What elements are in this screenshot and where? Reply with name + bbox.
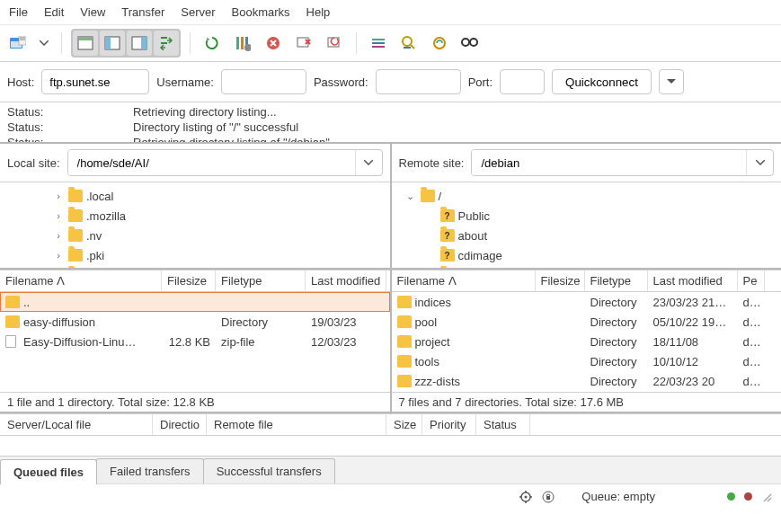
- menu-server[interactable]: Server: [181, 5, 215, 19]
- cell-text: 18/11/08: [648, 335, 738, 349]
- column-header[interactable]: Filetype: [585, 270, 648, 291]
- queue-column-header[interactable]: Directio: [153, 414, 207, 435]
- remote-path-input[interactable]: [472, 150, 746, 175]
- cell-text: 12.8 KB: [162, 335, 216, 349]
- column-header[interactable]: Filename ᐱ: [0, 270, 162, 291]
- remote-tree[interactable]: ⌄/?Public?about?cdimage?conspiracy: [392, 182, 782, 268]
- cell-text: project: [415, 335, 450, 349]
- cell-text: Directory: [585, 375, 648, 388]
- log-label: Status:: [7, 104, 133, 120]
- column-header[interactable]: Pe: [738, 270, 765, 291]
- column-header[interactable]: Filetype: [216, 270, 306, 291]
- tree-item[interactable]: ›.local: [4, 186, 386, 206]
- list-row[interactable]: poolDirectory05/10/22 19…drv: [392, 312, 782, 332]
- folder-icon: [397, 315, 412, 328]
- column-header[interactable]: Last modified: [648, 270, 738, 291]
- list-row[interactable]: zzz-distsDirectory22/03/23 20drv: [392, 371, 782, 391]
- username-input[interactable]: [221, 69, 306, 94]
- toggle-queue-button[interactable]: [154, 31, 179, 56]
- queue-column-header[interactable]: Remote file: [207, 414, 386, 435]
- list-row[interactable]: projectDirectory18/11/08drv: [392, 332, 782, 351]
- menu-view[interactable]: View: [80, 5, 105, 19]
- local-tree[interactable]: ›.local›.mozilla›.nv›.pki.ssh: [0, 182, 390, 268]
- tree-item[interactable]: ?conspiracy: [395, 265, 778, 268]
- local-path-combo[interactable]: [67, 149, 383, 176]
- search-button[interactable]: [457, 31, 483, 56]
- disconnect-button[interactable]: [291, 31, 316, 56]
- site-manager-button[interactable]: [5, 31, 31, 56]
- local-path-input[interactable]: [68, 150, 355, 175]
- refresh-button[interactable]: [200, 31, 225, 56]
- cell-text: pool: [415, 315, 438, 329]
- settings-icon[interactable]: [519, 490, 533, 504]
- menu-help[interactable]: Help: [306, 5, 331, 19]
- tree-item[interactable]: ?Public: [395, 206, 778, 226]
- list-row[interactable]: toolsDirectory10/10/12drv: [392, 351, 782, 371]
- toggle-log-button[interactable]: [73, 31, 98, 56]
- tree-label: .mozilla: [86, 209, 126, 223]
- tree-item[interactable]: ›.pki: [4, 245, 386, 265]
- remote-path-dropdown[interactable]: [746, 150, 773, 175]
- queue-column-header[interactable]: Server/Local file: [0, 414, 153, 435]
- queue-column-header[interactable]: Status: [476, 414, 530, 435]
- tree-item[interactable]: ⌄/: [395, 186, 778, 206]
- queue-body[interactable]: [0, 436, 781, 456]
- svg-rect-20: [372, 46, 385, 48]
- tree-item[interactable]: ?cdimage: [395, 245, 778, 265]
- tree-item[interactable]: .ssh: [4, 265, 386, 268]
- tab-queued-files[interactable]: Queued files: [0, 459, 97, 484]
- password-input[interactable]: [376, 69, 461, 94]
- lock-icon[interactable]: [542, 491, 555, 503]
- cancel-button[interactable]: [261, 31, 286, 56]
- local-path-dropdown[interactable]: [355, 150, 382, 175]
- folder-icon: [68, 190, 83, 202]
- queue-column-header[interactable]: Size: [386, 414, 422, 435]
- tab-failed-transfers[interactable]: Failed transfers: [96, 458, 204, 483]
- quickconnect-history-button[interactable]: [659, 69, 684, 94]
- column-header[interactable]: Filesize: [536, 270, 585, 291]
- tree-item[interactable]: ›.nv: [4, 226, 386, 245]
- tab-successful-transfers[interactable]: Successful transfers: [203, 458, 335, 483]
- filter-button[interactable]: [366, 31, 391, 56]
- port-input[interactable]: [500, 69, 545, 94]
- site-manager-dropdown[interactable]: [36, 31, 52, 56]
- menu-edit[interactable]: Edit: [44, 5, 64, 19]
- sync-browse-button[interactable]: [427, 31, 452, 56]
- expander-icon[interactable]: ›: [52, 230, 65, 241]
- message-log[interactable]: Status:Retrieving directory listing...St…: [0, 102, 781, 144]
- directory-compare-button[interactable]: [396, 31, 422, 56]
- expander-icon[interactable]: ›: [52, 210, 65, 221]
- list-row[interactable]: ..: [0, 292, 390, 312]
- list-row[interactable]: Easy-Diffusion-Linu…12.8 KBzip-file12/03…: [0, 332, 390, 351]
- status-bar: Queue: empty: [0, 483, 781, 509]
- menu-bookmarks[interactable]: Bookmarks: [232, 5, 290, 19]
- expander-icon[interactable]: ⌄: [404, 191, 417, 202]
- column-header[interactable]: Filename ᐱ: [392, 270, 536, 291]
- menu-transfer[interactable]: Transfer: [121, 5, 164, 19]
- activity-led-2: [744, 492, 752, 501]
- remote-path-combo[interactable]: [471, 149, 774, 176]
- menu-bar: FileEditViewTransferServerBookmarksHelp: [0, 0, 781, 25]
- local-list-pane: Filename ᐱFilesizeFiletypeLast modified …: [0, 270, 390, 412]
- host-input[interactable]: [41, 69, 149, 94]
- column-header[interactable]: Filesize: [162, 270, 216, 291]
- tree-item[interactable]: ›.mozilla: [4, 206, 386, 226]
- folder-icon: [397, 335, 412, 348]
- toggle-remote-tree-button[interactable]: [127, 31, 152, 56]
- list-row[interactable]: indicesDirectory23/03/23 21…drv: [392, 292, 782, 312]
- quickconnect-button[interactable]: Quickconnect: [552, 69, 652, 94]
- activity-led-1: [727, 492, 735, 501]
- process-queue-button[interactable]: [230, 31, 255, 56]
- list-row[interactable]: easy-diffusionDirectory19/03/23: [0, 312, 390, 332]
- column-header[interactable]: Last modified: [306, 270, 386, 291]
- local-list[interactable]: ..easy-diffusionDirectory19/03/23Easy-Di…: [0, 292, 390, 392]
- expander-icon[interactable]: ›: [52, 250, 65, 261]
- queue-column-header[interactable]: Priority: [422, 414, 476, 435]
- tree-item[interactable]: ?about: [395, 226, 778, 245]
- menu-file[interactable]: File: [9, 5, 28, 19]
- expander-icon[interactable]: ›: [52, 191, 65, 201]
- remote-list[interactable]: indicesDirectory23/03/23 21…drvpoolDirec…: [392, 292, 782, 392]
- toggle-local-tree-button[interactable]: [100, 31, 125, 56]
- reconnect-button[interactable]: [322, 31, 347, 56]
- cell-text: zzz-dists: [415, 375, 461, 388]
